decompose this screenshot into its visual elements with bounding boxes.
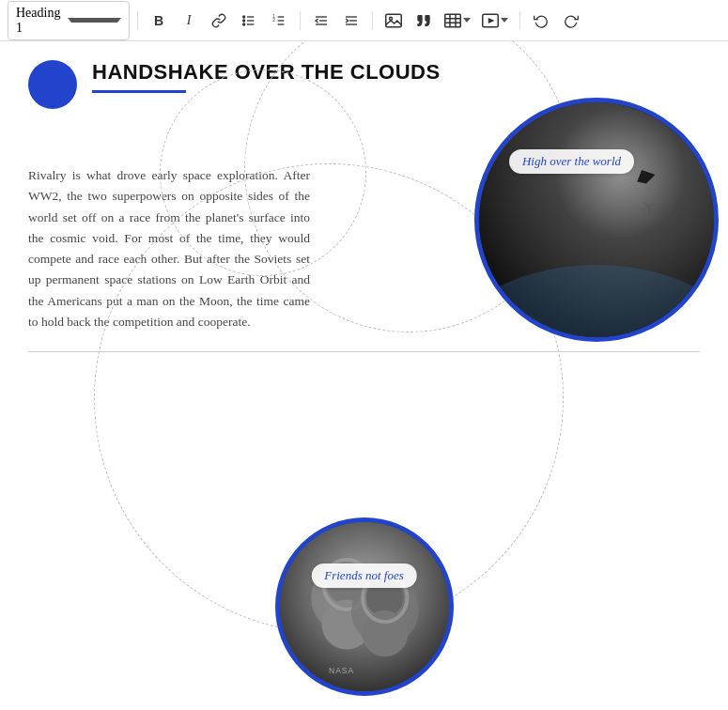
heading-select[interactable]: Heading 1 xyxy=(8,1,130,40)
link-button[interactable] xyxy=(206,8,232,34)
svg-point-4 xyxy=(243,20,245,22)
numbered-list-button[interactable]: 1 2 xyxy=(266,8,292,34)
bold-button[interactable]: B xyxy=(146,8,172,34)
space-image-placeholder: ✈ xyxy=(479,102,714,337)
svg-rect-17 xyxy=(386,14,402,27)
media-button[interactable] xyxy=(478,11,512,30)
svg-text:NASA: NASA xyxy=(329,666,354,675)
body-paragraph: Rivalry is what drove early space explor… xyxy=(28,165,310,332)
table-dropdown-chevron-icon xyxy=(463,18,471,23)
undo-button[interactable] xyxy=(528,8,554,34)
svg-point-18 xyxy=(390,17,393,20)
table-button[interactable] xyxy=(441,11,474,30)
redo-icon xyxy=(564,13,579,28)
document-title: HANDSHAKE OVER THE CLOUDS xyxy=(92,60,441,85)
link-icon xyxy=(211,13,226,28)
bullet-list-icon xyxy=(241,13,256,28)
media-dropdown-chevron-icon xyxy=(501,18,508,23)
astronauts-image-circle: NASA xyxy=(275,517,454,696)
toolbar-divider-3 xyxy=(372,11,373,30)
caption-bottom-bubble: Friends not foes xyxy=(311,563,417,588)
body-text: Rivalry is what drove early space explor… xyxy=(28,165,310,332)
astronauts-svg: NASA xyxy=(280,522,449,691)
svg-marker-25 xyxy=(488,18,495,23)
undo-icon xyxy=(534,13,549,28)
caption-bottom-text: Friends not foes xyxy=(324,568,404,582)
outdent-icon xyxy=(314,13,329,28)
indent-button[interactable] xyxy=(338,8,364,34)
caption-top-text: High over the world xyxy=(522,154,621,168)
space-gradient-svg xyxy=(479,102,714,337)
table-icon xyxy=(444,13,461,28)
svg-point-36 xyxy=(362,610,408,656)
blue-circle-decoration xyxy=(28,60,77,109)
astronauts-image-placeholder: NASA xyxy=(280,522,449,691)
insert-image-button[interactable] xyxy=(380,8,407,34)
toolbar: Heading 1 B I 1 2 xyxy=(0,0,728,41)
redo-button[interactable] xyxy=(558,8,584,34)
space-image-circle: ✈ xyxy=(474,98,719,342)
quote-icon xyxy=(416,13,431,28)
quote-button[interactable] xyxy=(410,8,437,34)
image-icon xyxy=(385,13,402,28)
heading-select-chevron-icon xyxy=(68,18,121,23)
media-icon xyxy=(482,13,499,28)
italic-button[interactable]: I xyxy=(176,8,202,34)
svg-rect-19 xyxy=(445,14,461,27)
content-area: HANDSHAKE OVER THE CLOUDS ✈ xyxy=(0,41,728,710)
outdent-button[interactable] xyxy=(308,8,334,34)
svg-text:2: 2 xyxy=(272,18,275,23)
toolbar-divider-1 xyxy=(137,11,138,30)
caption-top-bubble: High over the world xyxy=(509,149,634,174)
numbered-list-icon: 1 2 xyxy=(271,13,287,28)
svg-point-5 xyxy=(243,23,245,25)
bullet-list-button[interactable] xyxy=(236,8,262,34)
content-divider xyxy=(28,351,700,352)
svg-point-3 xyxy=(243,16,245,18)
toolbar-divider-2 xyxy=(300,11,301,30)
title-section: HANDSHAKE OVER THE CLOUDS xyxy=(92,60,441,93)
toolbar-divider-4 xyxy=(519,11,520,30)
indent-icon xyxy=(344,13,359,28)
title-underline xyxy=(92,90,186,93)
heading-select-label: Heading 1 xyxy=(16,6,62,36)
